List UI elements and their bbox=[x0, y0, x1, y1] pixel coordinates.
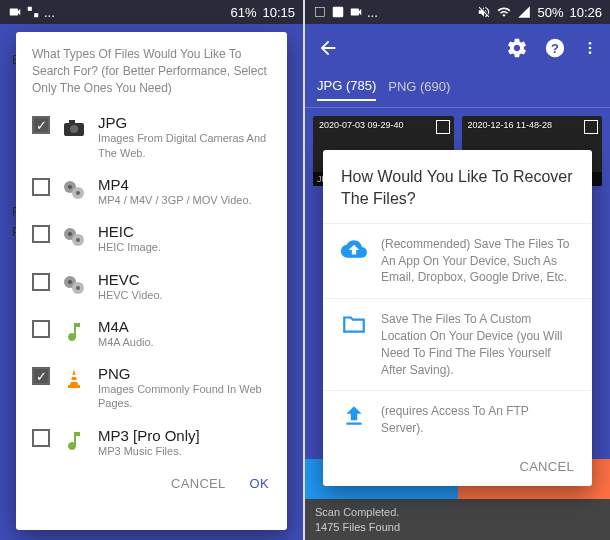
music-icon bbox=[60, 318, 88, 346]
filetype-row[interactable]: HEIC HEIC Image. bbox=[28, 215, 275, 262]
filetype-desc: M4A Audio. bbox=[98, 335, 271, 349]
svg-rect-21 bbox=[333, 7, 344, 18]
filetype-name: HEIC bbox=[98, 223, 271, 240]
filetype-name: PNG bbox=[98, 365, 271, 382]
back-icon[interactable] bbox=[317, 37, 339, 59]
expand-icon[interactable] bbox=[436, 120, 450, 134]
filetype-desc: MP4 / M4V / 3GP / MOV Video. bbox=[98, 193, 271, 207]
filetype-dialog: What Types Of Files Would You Like To Se… bbox=[16, 32, 287, 530]
recover-option-text: (requires Access To An FTP Server). bbox=[381, 403, 574, 437]
battery-percent: 61% bbox=[230, 5, 256, 20]
filetype-desc: Images From Digital Cameras And The Web. bbox=[98, 131, 271, 160]
checkbox[interactable] bbox=[32, 367, 50, 385]
filetype-name: MP3 [Pro Only] bbox=[98, 427, 271, 444]
filetype-row[interactable]: PNG Images Commonly Found In Web Pages. bbox=[28, 357, 275, 419]
clock: 10:15 bbox=[262, 5, 295, 20]
status-more: ... bbox=[44, 5, 55, 20]
wifi-icon bbox=[497, 5, 511, 19]
checkbox[interactable] bbox=[32, 320, 50, 338]
help-icon[interactable]: ? bbox=[544, 37, 566, 59]
clock: 10:26 bbox=[569, 5, 602, 20]
recover-option-text: Save The Files To A Custom Location On Y… bbox=[381, 311, 574, 378]
video-icon bbox=[349, 5, 363, 19]
status-more: ... bbox=[367, 5, 378, 20]
filetype-name: MP4 bbox=[98, 176, 271, 193]
filetype-row[interactable]: MP3 [Pro Only] MP3 Music Files. bbox=[28, 419, 275, 466]
svg-point-15 bbox=[68, 280, 72, 284]
svg-rect-0 bbox=[28, 7, 32, 11]
checkbox[interactable] bbox=[32, 273, 50, 291]
filetype-row[interactable]: JPG Images From Digital Cameras And The … bbox=[28, 106, 275, 168]
tab[interactable]: PNG (690) bbox=[388, 79, 450, 100]
overflow-icon[interactable] bbox=[582, 37, 598, 59]
cancel-button[interactable]: CANCEL bbox=[519, 459, 574, 474]
thumb-date: 2020-12-16 11-48-28 bbox=[464, 118, 557, 132]
recover-option[interactable]: (requires Access To An FTP Server). bbox=[323, 390, 592, 449]
camera-icon bbox=[60, 114, 88, 142]
recover-option-text: (Recommended) Save The Files To An App O… bbox=[381, 236, 574, 286]
svg-rect-18 bbox=[71, 375, 77, 377]
scan-status: Scan Completed. 1475 Files Found bbox=[305, 499, 610, 540]
recover-option[interactable]: Save The Files To A Custom Location On Y… bbox=[323, 298, 592, 390]
vlc-icon bbox=[60, 365, 88, 393]
svg-rect-1 bbox=[34, 13, 38, 17]
filetype-desc: HEIC Image. bbox=[98, 240, 271, 254]
filetype-name: M4A bbox=[98, 318, 271, 335]
dialog-header: What Types Of Files Would You Like To Se… bbox=[16, 32, 287, 106]
expand-icon[interactable] bbox=[584, 120, 598, 134]
image-icon bbox=[331, 5, 345, 19]
checkbox[interactable] bbox=[32, 429, 50, 447]
recover-option[interactable]: (Recommended) Save The Files To An App O… bbox=[323, 223, 592, 298]
filetype-desc: Images Commonly Found In Web Pages. bbox=[98, 382, 271, 411]
svg-point-24 bbox=[589, 42, 592, 45]
film-icon bbox=[60, 271, 88, 299]
svg-point-26 bbox=[589, 51, 592, 54]
svg-point-25 bbox=[589, 47, 592, 50]
svg-rect-17 bbox=[68, 385, 80, 388]
svg-point-12 bbox=[76, 238, 80, 242]
thumb-date: 2020-07-03 09-29-40 bbox=[315, 118, 408, 132]
screenshot-icon bbox=[26, 5, 40, 19]
music-icon bbox=[60, 427, 88, 455]
cancel-button[interactable]: CANCEL bbox=[171, 476, 226, 491]
svg-point-3 bbox=[70, 125, 78, 133]
toolbar: ? bbox=[305, 24, 610, 72]
scan-title: Scan Completed. bbox=[315, 505, 600, 519]
folder-icon bbox=[341, 311, 367, 337]
gear-icon[interactable] bbox=[506, 37, 528, 59]
status-bar: ... 61% 10:15 bbox=[0, 0, 303, 24]
svg-text:?: ? bbox=[551, 41, 559, 56]
checkbox[interactable] bbox=[32, 116, 50, 134]
filetype-desc: HEVC Video. bbox=[98, 288, 271, 302]
status-bar: ... 50% 10:26 bbox=[305, 0, 610, 24]
scan-count: 1475 Files Found bbox=[315, 520, 600, 534]
checkbox[interactable] bbox=[32, 178, 50, 196]
filetype-row[interactable]: HEVC HEVC Video. bbox=[28, 263, 275, 310]
svg-rect-4 bbox=[69, 120, 75, 124]
mute-icon bbox=[477, 5, 491, 19]
dialog-title: How Would You Like To Recover The Files? bbox=[323, 150, 592, 223]
screen-search-types: ... 61% 10:15 B F P What Types Of Files … bbox=[0, 0, 305, 540]
svg-point-8 bbox=[76, 191, 80, 195]
svg-point-16 bbox=[76, 286, 80, 290]
filetype-list[interactable]: JPG Images From Digital Cameras And The … bbox=[16, 106, 287, 466]
filetype-row[interactable]: M4A M4A Audio. bbox=[28, 310, 275, 357]
filetype-name: JPG bbox=[98, 114, 271, 131]
screenshot-icon bbox=[313, 5, 327, 19]
tab[interactable]: JPG (785) bbox=[317, 78, 376, 101]
film-icon bbox=[60, 176, 88, 204]
tabs: JPG (785)PNG (690) bbox=[305, 72, 610, 108]
film-icon bbox=[60, 223, 88, 251]
recover-options: (Recommended) Save The Files To An App O… bbox=[323, 223, 592, 449]
upload-icon bbox=[341, 403, 367, 429]
video-icon bbox=[8, 5, 22, 19]
signal-icon bbox=[517, 5, 531, 19]
svg-rect-19 bbox=[70, 380, 78, 382]
screen-recover: ... 50% 10:26 ? JPG (785)PNG (690) 2020-… bbox=[305, 0, 610, 540]
svg-rect-20 bbox=[315, 7, 324, 16]
filetype-name: HEVC bbox=[98, 271, 271, 288]
filetype-desc: MP3 Music Files. bbox=[98, 444, 271, 458]
ok-button[interactable]: OK bbox=[250, 476, 269, 491]
checkbox[interactable] bbox=[32, 225, 50, 243]
filetype-row[interactable]: MP4 MP4 / M4V / 3GP / MOV Video. bbox=[28, 168, 275, 215]
